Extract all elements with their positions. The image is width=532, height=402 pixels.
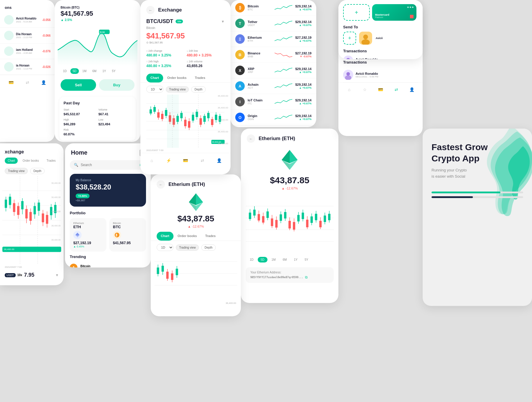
eth-time-tab-1m[interactable]: 1M [269, 257, 279, 262]
exchange-tab-trades[interactable]: Trades [191, 74, 209, 82]
my-cards-footer: ⌂ ☆ 💳 ⇄ 👤 [338, 82, 423, 96]
svg-rect-32 [192, 115, 194, 121]
balance-change: +0.88% [78, 194, 87, 197]
trans-item-amount: -0.076 [42, 50, 51, 53]
svg-rect-119 [258, 214, 260, 221]
eth-lower-chart-bottom: 36,400.00 [154, 302, 237, 304]
swap-ex-icon[interactable]: ⇄ [199, 157, 206, 164]
orderbooks-tab2[interactable]: Order books [20, 158, 42, 164]
progress-fill-1 [432, 192, 500, 193]
trans-item-date: 2021 - 1:13 PM [16, 67, 42, 70]
eth-time-tab-1d[interactable]: 1D [247, 257, 257, 262]
lightning-ex-icon[interactable]: ⚡ [166, 157, 172, 164]
svg-point-161 [363, 35, 368, 39]
crypto-list-row[interactable]: B Binance BNB $27,192.19 ▼ -0.67% [231, 47, 316, 63]
trading-view-button[interactable]: Trading view [166, 86, 189, 93]
orderbooks-tab-eth-lower[interactable]: Order books [173, 232, 201, 241]
crypto-list-row[interactable]: I IoT Chain ITC $29,192.14 ▲ +0.67% [231, 94, 316, 110]
depth2-button[interactable]: Depth [30, 168, 45, 174]
trans-item-date: 2021 - 2:15 PM [16, 36, 42, 39]
eth-time-tab-1y[interactable]: 1Y [291, 257, 300, 262]
search-bar[interactable]: 🔍 ≡ [70, 160, 146, 170]
send-to-label-top: Send To [343, 21, 418, 32]
time-tab-1y[interactable]: 1Y [100, 68, 108, 74]
eth-time-tab-5y[interactable]: 5Y [302, 257, 311, 262]
crypto-list-row[interactable]: Ξ Etherium ETH $27,192.19 ▲ +0.67% [231, 31, 316, 47]
eth-lower-back[interactable]: ← [157, 180, 165, 189]
ex2-view-controls: Trading view Depth [0, 166, 64, 176]
time-tab-5y[interactable]: 5Y [110, 68, 118, 74]
crypto-list-row[interactable]: T Tether USDT $29,192.14 ▲ +0.67% [231, 16, 316, 31]
home-mc-icon[interactable]: ⌂ [346, 86, 353, 93]
send-mc-icon[interactable]: ⇄ [393, 86, 400, 93]
time-tab-6m[interactable]: 6M [90, 68, 99, 74]
trades-tab-eth-lower[interactable]: Trades [201, 232, 220, 241]
chart-tab-eth-lower[interactable]: Chart [157, 232, 173, 241]
transaction-item[interactable]: Dia Horaan 2021 - 2:15 PM -0.066 [0, 28, 55, 43]
dropdown2-icon[interactable]: ▼ [55, 273, 59, 277]
add-recipient-top[interactable]: + [343, 32, 356, 45]
svg-rect-10 [150, 109, 152, 114]
svg-rect-69 [30, 212, 32, 221]
crypto-list-row[interactable]: O Origin OGN $29,192.14 ▲ +0.67% [231, 110, 316, 125]
exchange-ref-price: ⊙ $41,567.95 [140, 41, 231, 47]
dropdown-icon[interactable]: ▼ [221, 20, 225, 24]
pd-volume: Volume $67.41 [98, 108, 132, 116]
swap-icon[interactable]: ⇄ [24, 79, 31, 86]
copy-icon[interactable]: ⧉ [305, 275, 308, 279]
eth-time-tab-5d[interactable]: 5D [258, 257, 267, 262]
eth-lower-period[interactable]: 1D [157, 244, 173, 251]
wallet-ex-icon[interactable]: 💳 [182, 157, 189, 164]
exchange-tab-order-books[interactable]: Order books [163, 74, 191, 82]
wallet-mc-icon[interactable]: 💳 [377, 86, 384, 93]
btc-change: ▲ 2.5% [55, 17, 140, 25]
mc-top-dots [407, 7, 413, 8]
period-select[interactable]: 1D5D1M [146, 86, 163, 93]
transaction-item[interactable]: iam Holland 2021 - 4:35 AM -0.076 [0, 43, 55, 59]
svg-rect-149 [324, 215, 326, 222]
buy-button[interactable]: Buy [99, 79, 134, 91]
btc-chart-card: Bitcoin (BTC) $41,567.95 ▲ 2.5% $19K 1D5… [55, 0, 140, 142]
trading-view2-button[interactable]: Trading view [5, 168, 28, 174]
transaction-item[interactable]: Avicii Ronaldo 2021 - 5:15 AM -0.056 [0, 12, 55, 28]
crypto-list-row[interactable]: ₿ Bitcoin BTC $29,192.14 ▲ +0.67% [231, 0, 316, 16]
eth-detail-back[interactable]: ← [247, 134, 255, 143]
eth-lower-depth[interactable]: Depth [201, 244, 216, 251]
sell-button[interactable]: Sell [61, 79, 96, 91]
exchange-back-button[interactable]: ← [146, 6, 155, 14]
avicii-avatar-top[interactable] [359, 32, 372, 45]
time-tab-1m[interactable]: 1M [80, 68, 89, 74]
eth-address-label: Your Etherium Address: [250, 271, 329, 274]
crypto-list-row[interactable]: A Achain ACT $29,192.14 ▲ +0.67% [231, 78, 316, 94]
home-ex-icon[interactable]: ⌂ [149, 157, 155, 164]
time-tab-1d[interactable]: 1D [61, 68, 69, 74]
person-mc-icon[interactable]: 👤 [409, 86, 415, 93]
svg-rect-99 [162, 266, 164, 272]
person-ex-icon[interactable]: 👤 [216, 157, 223, 164]
search-input[interactable] [81, 163, 137, 167]
crypto-info-eth: Etherium ETH [248, 36, 275, 42]
wallet-icon[interactable]: 💳 [8, 79, 14, 86]
trans-av-top [343, 56, 353, 59]
eth-time-tab-6m[interactable]: 6M [280, 257, 290, 262]
eth-lower-controls: 1D Trading view Depth [151, 241, 241, 253]
mastercard-top[interactable]: Mastercard Platinum [372, 4, 416, 21]
btc-portfolio-card[interactable]: Bitcoin BTC ₿ $41,567.95 [109, 218, 146, 252]
time-tab-5d[interactable]: 5D [70, 68, 79, 74]
star-mc-icon[interactable]: ☆ [362, 86, 368, 93]
person-icon[interactable]: 👤 [40, 79, 47, 86]
exchange-tab-chart[interactable]: Chart [146, 74, 163, 82]
eth-portfolio-card[interactable]: Etherium ETH $27,192.19 ▲ 0.45% [70, 218, 106, 252]
add-card-top[interactable]: + [343, 4, 370, 21]
progress-fill-2 [432, 196, 473, 198]
svg-rect-141 [306, 220, 309, 227]
past-day-grid: Start $45,532.87 Volume $67.41 High $46,… [64, 108, 132, 137]
eth-lower-tradingview[interactable]: Trading view [176, 244, 199, 251]
depth-button[interactable]: Depth [191, 86, 206, 93]
mc-cards-row: + Mastercard Platinum [343, 4, 418, 21]
transaction-item[interactable]: ia Horaan 2021 - 1:13 PM -0.026 [0, 59, 55, 75]
crypto-list-row[interactable]: X XRP XRP $29,192.14 ▲ +0.67% [231, 63, 316, 78]
trades-tab2[interactable]: Trades [43, 158, 59, 164]
chart-tab2[interactable]: Chart [5, 158, 18, 164]
trending-item[interactable]: ₿ Bitcoin BTC [70, 262, 146, 268]
